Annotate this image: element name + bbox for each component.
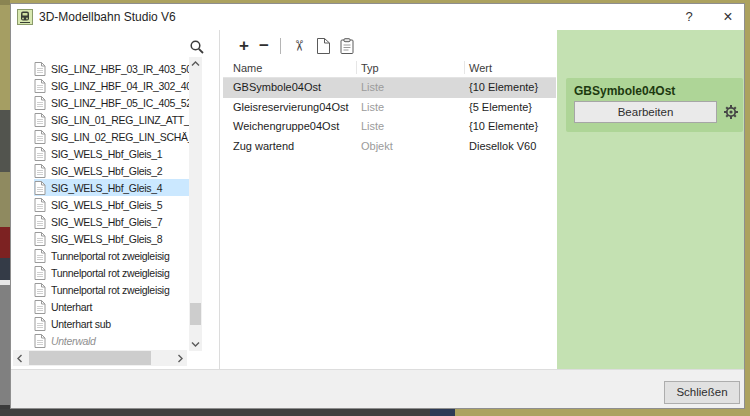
tree-item[interactable]: Unterwald: [11, 332, 189, 349]
column-separator[interactable]: [464, 61, 465, 74]
tree-item-label: SIG_LINZ_HBF_03_IR_403_502: [51, 63, 189, 75]
background-strip: [0, 409, 430, 416]
cell-wert: {10 Elemente}: [469, 117, 538, 137]
tree-item-label: Unterhart: [51, 301, 92, 313]
column-header-typ[interactable]: Typ: [361, 59, 379, 77]
tree-item[interactable]: SIG_WELS_Hbf_Gleis_5: [11, 196, 189, 213]
column-header-name[interactable]: Name: [233, 59, 262, 77]
horizontal-scrollbar-thumb[interactable]: [29, 351, 151, 365]
document-icon: [34, 300, 46, 314]
copy-document-icon[interactable]: [311, 38, 335, 54]
schliessen-button[interactable]: Schließen: [664, 381, 740, 404]
cell-typ: Objekt: [361, 137, 393, 157]
detail-card: GBSymbole04Ost Bearbeiten: [566, 78, 743, 132]
dialog-footer: Schließen: [11, 369, 744, 408]
document-icon: [34, 266, 46, 280]
tree-item-label: SIG_LINZ_HBF_05_IC_405_523: [51, 97, 189, 109]
cell-name: GBSymbole04Ost: [233, 78, 321, 98]
tree-item[interactable]: SIG_WELS_Hbf_Gleis_8: [11, 230, 189, 247]
vertical-scrollbar[interactable]: [189, 57, 202, 351]
window-title: 3D-Modellbahn Studio V6: [39, 4, 176, 30]
titlebar[interactable]: 3D-Modellbahn Studio V6 ? ×: [11, 4, 744, 31]
tree-item-label: Tunnelportal rot zweigleisig: [51, 284, 169, 296]
tree-item[interactable]: SIG_WELS_Hbf_Gleis_2: [11, 162, 189, 179]
gear-icon[interactable]: [723, 104, 739, 120]
object-list-panel: SIG_LINZ_HBF_03_IR_403_502SIG_LINZ_HBF_0…: [11, 30, 219, 370]
table-row[interactable]: Gleisreservierung04OstListe{5 Elemente}: [223, 98, 556, 118]
tree-item[interactable]: SIG_LINZ_HBF_05_IC_405_523: [11, 94, 189, 111]
tree-item[interactable]: Tunnelportal rot zweigleisig: [11, 247, 189, 264]
tree-item[interactable]: SIG_WELS_Hbf_Gleis_1: [11, 145, 189, 162]
column-separator[interactable]: [356, 61, 357, 74]
document-icon: [34, 79, 46, 93]
tree-item[interactable]: SIG_LINZ_HBF_04_IR_302_403: [11, 77, 189, 94]
help-button[interactable]: ?: [678, 4, 700, 30]
tree-item-label: Tunnelportal rot zweigleisig: [51, 250, 169, 262]
toolbar-separator: [280, 38, 281, 54]
tree-item[interactable]: SIG_LIN_02_REG_LIN_SCHÄ_LIN: [11, 128, 189, 145]
tree-item-label: SIG_WELS_Hbf_Gleis_5: [51, 199, 162, 211]
tree-item-label: SIG_WELS_Hbf_Gleis_8: [51, 233, 162, 245]
document-icon: [34, 62, 46, 76]
background-strip: [0, 172, 10, 227]
properties-dialog: 3D-Modellbahn Studio V6 ? × SIG_LINZ_HBF…: [10, 3, 745, 409]
property-table-body: GBSymbole04OstListe{10 Elemente}Gleisres…: [223, 78, 556, 156]
tree-item-label: SIG_WELS_Hbf_Gleis_2: [51, 165, 162, 177]
column-header-wert[interactable]: Wert: [469, 59, 492, 77]
scroll-left-icon[interactable]: [13, 350, 27, 366]
train-icon: [17, 9, 33, 25]
tree-item-label: Unterwald: [51, 335, 96, 347]
document-icon: [34, 181, 46, 195]
cell-wert: {10 Elemente}: [469, 78, 538, 98]
table-row[interactable]: GBSymbole04OstListe{10 Elemente}: [223, 78, 556, 98]
document-icon: [34, 232, 46, 246]
background-strip: [0, 258, 10, 280]
tree-item[interactable]: Unterhart sub: [11, 315, 189, 332]
scissors-icon[interactable]: ✂: [287, 37, 311, 55]
tree-item-label: SIG_LIN_01_REG_LINZ_ATT_LINZ: [51, 114, 189, 126]
plus-icon[interactable]: +: [234, 36, 254, 56]
clipboard-paste-icon[interactable]: [335, 38, 359, 54]
document-icon: [34, 334, 46, 348]
tree-item-label: Unterhart sub: [51, 318, 111, 330]
tree-item[interactable]: Tunnelportal rot zweigleisig: [11, 264, 189, 281]
tree-item-label: SIG_LINZ_HBF_04_IR_302_403: [51, 80, 189, 92]
tree-item-label: SIG_WELS_Hbf_Gleis_7: [51, 216, 162, 228]
object-tree-viewport: SIG_LINZ_HBF_03_IR_403_502SIG_LINZ_HBF_0…: [11, 57, 189, 350]
scroll-up-icon[interactable]: [189, 57, 202, 71]
table-row[interactable]: Zug wartendObjektDiesellok V60: [223, 137, 556, 157]
document-icon: [34, 215, 46, 229]
tree-item[interactable]: SIG_WELS_Hbf_Gleis_4: [11, 179, 189, 196]
tree-item-label: SIG_LIN_02_REG_LIN_SCHÄ_LIN: [51, 131, 189, 143]
property-table-header: Name Typ Wert: [223, 59, 556, 78]
horizontal-scrollbar[interactable]: [13, 350, 187, 366]
object-tree: SIG_LINZ_HBF_03_IR_403_502SIG_LINZ_HBF_0…: [11, 57, 189, 350]
cell-typ: Liste: [361, 117, 384, 137]
document-icon: [34, 198, 46, 212]
properties-toolbar: + − ✂: [234, 34, 359, 58]
background-strip: [0, 110, 10, 172]
properties-panel: + − ✂ Name Typ Wert: [220, 30, 557, 370]
minus-icon[interactable]: −: [254, 36, 274, 56]
close-window-button[interactable]: ×: [716, 4, 740, 30]
detail-card-title: GBSymbole04Ost: [574, 84, 675, 98]
scroll-down-icon[interactable]: [189, 337, 202, 351]
table-row[interactable]: Weichengruppe04OstListe{10 Elemente}: [223, 117, 556, 137]
search-icon[interactable]: [189, 39, 205, 55]
detail-panel: GBSymbole04Ost Bearbeiten: [557, 30, 744, 370]
tree-item[interactable]: Tunnelportal rot zweigleisig: [11, 281, 189, 298]
vertical-scrollbar-thumb[interactable]: [190, 303, 201, 325]
tree-item[interactable]: SIG_LIN_01_REG_LINZ_ATT_LINZ: [11, 111, 189, 128]
document-icon: [34, 96, 46, 110]
scroll-right-icon[interactable]: [173, 350, 187, 366]
property-table: Name Typ Wert GBSymbole04OstListe{10 Ele…: [223, 59, 556, 156]
edit-button[interactable]: Bearbeiten: [574, 101, 717, 123]
document-icon: [34, 130, 46, 144]
cell-name: Zug wartend: [233, 137, 294, 157]
tree-item[interactable]: SIG_LINZ_HBF_03_IR_403_502: [11, 60, 189, 77]
cell-name: Gleisreservierung04Ost: [233, 98, 349, 118]
tree-item[interactable]: Unterhart: [11, 298, 189, 315]
tree-item[interactable]: SIG_WELS_Hbf_Gleis_7: [11, 213, 189, 230]
document-icon: [34, 147, 46, 161]
tree-item-label: SIG_WELS_Hbf_Gleis_4: [51, 182, 162, 194]
